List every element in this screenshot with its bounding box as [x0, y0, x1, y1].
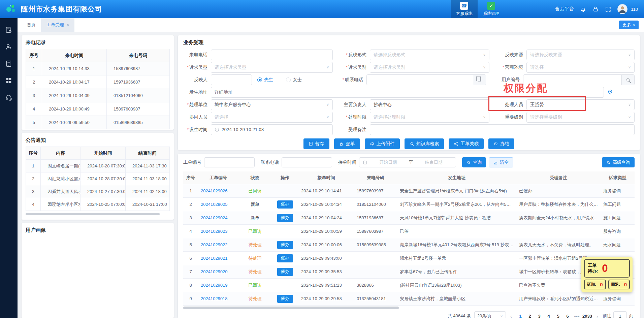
- headset-icon[interactable]: [5, 94, 12, 101]
- horizontal-scrollbar[interactable]: [183, 307, 399, 309]
- search-icon[interactable]: [621, 75, 634, 85]
- lock-icon[interactable]: [592, 6, 599, 12]
- order-number-link[interactable]: 20241029023: [201, 229, 228, 234]
- module-system-admin[interactable]: ✓ 系统管理: [478, 0, 505, 18]
- module-customer-service[interactable]: ☎ 客服系统: [451, 0, 478, 18]
- collaborator-select[interactable]: 请选择∨: [211, 112, 333, 123]
- dispatch-button[interactable]: 派单: [334, 138, 360, 149]
- order-appeal-type: 服务咨询: [601, 188, 635, 194]
- more-button[interactable]: 更多∨: [619, 21, 639, 29]
- reflect-source-select[interactable]: 请选择反映来源∨: [526, 50, 635, 60]
- order-no-search-input[interactable]: [204, 157, 255, 167]
- page-number[interactable]: 6: [564, 314, 572, 318]
- business-env-select[interactable]: 请选择∨: [526, 62, 635, 73]
- date-range-picker[interactable]: 开始日期 至 结束日期: [359, 157, 456, 167]
- page-number[interactable]: 4: [545, 314, 553, 318]
- col-header: 结束时间: [126, 147, 170, 160]
- urge-button[interactable]: 催办: [277, 295, 293, 303]
- radio-ms[interactable]: 女士: [286, 77, 302, 83]
- order-number-link[interactable]: 20241029026: [201, 188, 228, 193]
- urge-button[interactable]: 催办: [277, 268, 293, 276]
- urge-button[interactable]: 催办: [277, 200, 293, 209]
- aftersales-platform-link[interactable]: 售后平台: [555, 6, 574, 12]
- radio-mr[interactable]: 先生: [257, 77, 273, 83]
- contact-phone-input[interactable]: [366, 74, 486, 85]
- field-label: *联系电话: [333, 77, 366, 83]
- goto-page-input[interactable]: [613, 311, 627, 318]
- order-status-cell: 已回访: [238, 188, 271, 194]
- todo-float[interactable]: 工单待办: 0 延期:0 回退:0: [581, 257, 633, 292]
- call-phone-input[interactable]: [211, 50, 333, 60]
- main-leader-input[interactable]: 抄表中心: [370, 99, 489, 110]
- finish-button[interactable]: 办结: [488, 138, 514, 149]
- handler-select[interactable]: 王赟赟∨: [526, 99, 635, 110]
- order-number-link[interactable]: 20241029021: [201, 256, 228, 261]
- chevron-down-icon: ∨: [483, 115, 486, 119]
- page-number[interactable]: 2033: [582, 314, 592, 318]
- knowledge-search-button[interactable]: 知识库检索: [405, 138, 444, 149]
- importance-select[interactable]: 请选择重要级别∨: [526, 112, 635, 123]
- customer-icon[interactable]: [5, 43, 12, 51]
- remark-input[interactable]: [370, 124, 635, 135]
- location-pin-icon[interactable]: [607, 89, 613, 95]
- cell-text: 15897603987: [107, 62, 170, 75]
- order-row: 420241029023已回访2024-10-29 10:00:59158976…: [183, 225, 635, 238]
- urge-button[interactable]: 催办: [277, 214, 293, 222]
- order-action-cell: 催办: [271, 241, 298, 249]
- order-number-link[interactable]: 20241029024: [201, 215, 228, 220]
- copy-icon[interactable]: [473, 75, 486, 85]
- page-number[interactable]: 5: [554, 314, 562, 318]
- user-avatar[interactable]: [617, 4, 627, 14]
- chevron-down-icon: ∨: [628, 115, 631, 119]
- order-status-cell: 已回访: [238, 282, 271, 288]
- page-number[interactable]: •••: [573, 314, 581, 318]
- prev-page-icon[interactable]: ‹: [509, 313, 513, 318]
- occur-time-picker[interactable]: 2024-10-29 10:21:08: [211, 124, 333, 135]
- page-number[interactable]: 3: [535, 314, 543, 318]
- apps-grid-icon[interactable]: [5, 77, 12, 84]
- order-number-link[interactable]: 20241029018: [201, 296, 228, 301]
- handle-unit-select[interactable]: 城中客户服务中心∨: [211, 99, 333, 110]
- page-number[interactable]: 2: [526, 314, 534, 318]
- phone-search-input[interactable]: [282, 157, 332, 167]
- search-icon: [466, 160, 471, 165]
- col-header: 来电号码: [107, 49, 170, 62]
- company-logo-icon: [5, 4, 18, 15]
- field-label: 反映来源: [493, 52, 526, 58]
- left-column: 来电记录 序号 来电时间 来电号码 12024-10-29 10:14:3315…: [22, 35, 174, 318]
- tab-home[interactable]: 首页: [22, 18, 41, 32]
- query-button[interactable]: 查询: [462, 157, 486, 167]
- next-page-icon[interactable]: ›: [595, 313, 599, 318]
- reflect-form-select[interactable]: 请选择反映形式∨: [370, 50, 489, 60]
- todo-delay-chip: 延期:0: [584, 280, 606, 289]
- order-number-link[interactable]: 20241029022: [201, 242, 228, 247]
- urge-button[interactable]: 催办: [277, 241, 293, 249]
- upload-attachment-button[interactable]: 上传附件: [365, 138, 400, 149]
- status-text: 已回访: [249, 188, 262, 193]
- appeal-category-select[interactable]: 请选择诉求类别∨: [370, 62, 489, 73]
- page-number[interactable]: 1: [516, 314, 524, 318]
- urge-button[interactable]: 催办: [277, 254, 293, 262]
- order-time: 2024-10-29 09:51:23: [298, 283, 354, 288]
- save-draft-button[interactable]: 暂存: [303, 138, 329, 149]
- order-doc-icon[interactable]: [5, 26, 12, 34]
- document-icon[interactable]: [5, 60, 12, 67]
- col-header: 发生地址: [397, 175, 516, 181]
- page-size-select[interactable]: 20条/页∨: [474, 311, 506, 318]
- reporter-input[interactable]: [211, 74, 252, 85]
- order-number-link[interactable]: 20241029020: [201, 269, 228, 274]
- fullscreen-icon[interactable]: [605, 6, 611, 12]
- card-title: 业务受理: [183, 39, 635, 46]
- call-records-table: 序号 来电时间 来电号码 12024-10-29 10:14:331589760…: [26, 49, 170, 129]
- advanced-query-button[interactable]: 高级查询: [602, 157, 635, 167]
- bell-icon[interactable]: [580, 6, 586, 12]
- close-tab-icon[interactable]: ×: [67, 23, 69, 27]
- deadline-select[interactable]: 请选择处理时限∨: [370, 112, 489, 123]
- horizontal-scrollbar[interactable]: [26, 213, 160, 215]
- clear-button[interactable]: 清空: [489, 157, 513, 167]
- tab-work-order[interactable]: 工单受理 ×: [41, 18, 74, 32]
- appeal-type-select[interactable]: 请选择诉求类型∨: [211, 62, 333, 73]
- order-link-button[interactable]: 工单关联: [449, 138, 484, 149]
- order-number-link[interactable]: 20241029019: [201, 283, 228, 288]
- order-number-link[interactable]: 20241029025: [201, 202, 228, 207]
